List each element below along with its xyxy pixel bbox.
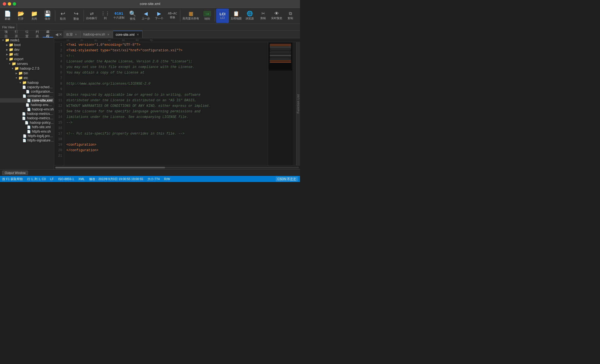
toolbar-wrap-button[interactable]: ⇄ 自动换行 bbox=[85, 9, 98, 23]
tree-servers-label: servers bbox=[17, 62, 28, 66]
code-content[interactable]: <?xml version="1.0" encoding="UTF-8"?><?… bbox=[64, 42, 268, 165]
toolbar-sep-3 bbox=[180, 10, 180, 21]
tree-core-site[interactable]: 📄 core-site.xml bbox=[0, 98, 54, 103]
code-line: </configuration> bbox=[66, 148, 266, 153]
tree-httpfs-sig[interactable]: 📄 httpfs-signature.secret bbox=[0, 138, 54, 143]
tab-hadoop-env-close[interactable]: ✕ bbox=[107, 33, 110, 36]
code-line: <!-- Put site-specific property override… bbox=[66, 131, 266, 136]
clip-icon: ✂ bbox=[261, 11, 265, 16]
content-row: 项目 打开 位置 列表 远程 ▼ 📁 node1 ▶ 📁 boot bbox=[0, 31, 300, 169]
toolbar-prev-button[interactable]: ◀ 上一步 bbox=[139, 9, 152, 23]
tree-hadoop-metrics2[interactable]: 📄 hadoop-metrics2.prope bbox=[0, 116, 54, 120]
file-icon: 📄 bbox=[27, 99, 31, 102]
minimize-button[interactable] bbox=[8, 2, 11, 6]
tree-hadoop-metrics[interactable]: 📄 hadoop-metrics.propert bbox=[0, 112, 54, 116]
tree-hadoop-policy[interactable]: 📄 hadoop-policy.xml bbox=[0, 120, 54, 125]
tab-welcome[interactable]: 欢迎 ✕ bbox=[63, 31, 81, 38]
expand-arrow: ▶ bbox=[5, 48, 9, 51]
toolbar-new-button[interactable]: 📄 新建 bbox=[1, 9, 14, 23]
toolbar-undo-button[interactable]: ↩ 取消 bbox=[56, 9, 69, 23]
toolbar-find-button[interactable]: 🔍 查找 bbox=[126, 9, 139, 23]
tab-scroll-arrows[interactable]: ◀ ✕ bbox=[54, 32, 63, 37]
tree-hadoop-folder[interactable]: ▼ 📁 hadoop bbox=[0, 80, 54, 85]
maximize-button[interactable] bbox=[13, 2, 16, 6]
tree-node1[interactable]: ▼ 📁 node1 bbox=[0, 38, 54, 42]
file-tree[interactable]: ▼ 📁 node1 ▶ 📁 boot ▶ 📁 dev bbox=[0, 38, 54, 169]
toolbar-preview-button[interactable]: 👁 实时预览 bbox=[270, 9, 283, 23]
tree-servers[interactable]: ▼ 📁 servers bbox=[0, 61, 54, 66]
code-line: you may not use this file except in comp… bbox=[66, 64, 266, 70]
tab-remote[interactable]: 远程 bbox=[43, 31, 53, 37]
toolbar-close-button[interactable]: 📁 关闭 bbox=[28, 9, 41, 23]
tab-location[interactable]: 位置 bbox=[22, 31, 32, 37]
tab-left-arrow[interactable]: ◀ bbox=[55, 32, 58, 37]
toolbar-lci-button[interactable]: LCI LCI bbox=[216, 9, 229, 23]
hscroll-thumb[interactable] bbox=[55, 167, 165, 168]
save-icon: 💾 bbox=[44, 11, 51, 16]
toolbar-browser-button[interactable]: 🌐 浏览器 bbox=[243, 9, 256, 23]
toolbar-replace-button[interactable]: AB→AC 替换 bbox=[166, 9, 179, 23]
tab-hadoop-env[interactable]: hadoop-env.sh ✕ bbox=[81, 31, 113, 38]
tree-capacity[interactable]: 📄 capacity-scheduler.xml bbox=[0, 85, 54, 89]
toolbar-copy-button[interactable]: ⧉ 复制 bbox=[284, 9, 297, 23]
tree-hadoop-env-sh[interactable]: 📄 hadoop-env.sh bbox=[0, 107, 54, 112]
status-help: 按 F1 获取帮助 bbox=[2, 177, 23, 181]
vscroll[interactable] bbox=[293, 42, 296, 165]
toolbar: 📄 新建 📂 打开 📁 关闭 💾 保存 ↩ 取消 ↪ 重做 ⇄ 自动换行 bbox=[0, 8, 300, 24]
tab-welcome-close[interactable]: ✕ bbox=[74, 33, 78, 36]
tab-right-arrow[interactable]: ✕ bbox=[59, 32, 62, 37]
toolbar-redo-button[interactable]: ↪ 重做 bbox=[70, 9, 82, 23]
output-window-button[interactable]: Output Window bbox=[2, 171, 28, 175]
toolbar-col-button[interactable]: ⋮⋮ 列 bbox=[99, 9, 112, 23]
toolbar-hex-button[interactable]: 0101 十六进制 bbox=[112, 9, 126, 23]
tab-core-site[interactable]: core-site.xml ✕ bbox=[113, 31, 142, 38]
tab-list[interactable]: 列表 bbox=[32, 31, 42, 37]
hscroll-area[interactable] bbox=[54, 165, 300, 169]
tab-open[interactable]: 打开 bbox=[11, 31, 22, 37]
line-number: 10 bbox=[54, 92, 64, 98]
tree-export[interactable]: ▼ 📁 export bbox=[0, 57, 54, 61]
toolbar-docmap-button[interactable]: 📋 文档地图 bbox=[229, 9, 243, 23]
open-label: 打开 bbox=[18, 17, 24, 21]
line-number: 11 bbox=[54, 98, 64, 103]
toolbar-highlight-button[interactable]: ▦ 高亮显示所有 bbox=[181, 9, 200, 23]
toolbar-save-button[interactable]: 💾 保存 bbox=[41, 9, 54, 23]
code-token: encoding= bbox=[104, 43, 122, 47]
minimap-line bbox=[270, 45, 291, 46]
tree-httpfs-log4j[interactable]: 📄 httpfs-log4j.properties bbox=[0, 134, 54, 138]
close-file-icon: 📁 bbox=[31, 11, 38, 16]
tree-etc2[interactable]: ▼ 📁 etc bbox=[0, 75, 54, 80]
minimap-line bbox=[270, 48, 291, 49]
toolbar-next-button[interactable]: ▶ 下一个 bbox=[153, 9, 166, 23]
goto-icon: → bbox=[203, 11, 211, 16]
minimap-line bbox=[270, 47, 291, 47]
toolbar-open-button[interactable]: 📂 打开 bbox=[14, 9, 27, 23]
tree-container[interactable]: 📄 container-executor.cfg bbox=[0, 94, 54, 98]
code-token: limitations under the License. See accom… bbox=[66, 115, 188, 119]
function-list[interactable]: Function List bbox=[296, 42, 300, 165]
file-icon: 📄 bbox=[25, 103, 30, 107]
tree-boot[interactable]: ▶ 📁 boot bbox=[0, 42, 54, 47]
tree-hadoop-env-cmd[interactable]: 📄 hadoop-env.cmd bbox=[0, 103, 54, 107]
line-number: 8 bbox=[54, 81, 64, 87]
tab-project[interactable]: 项目 bbox=[1, 31, 11, 37]
close-button[interactable] bbox=[3, 2, 6, 6]
replace-label: 替换 bbox=[170, 16, 175, 19]
tree-httpfs-env[interactable]: 📄 httpfs-env.sh bbox=[0, 129, 54, 134]
toolbar-goto-button[interactable]: → 转到 bbox=[201, 9, 214, 23]
tree-dev[interactable]: ▶ 📁 dev bbox=[0, 47, 54, 52]
tree-bin[interactable]: ▶ 📁 bin bbox=[0, 71, 54, 75]
tree-hadoop275[interactable]: ▼ 📁 hadoop-2.7.5 bbox=[0, 66, 54, 71]
undo-label: 取消 bbox=[60, 17, 66, 21]
minimap[interactable] bbox=[268, 42, 293, 165]
tree-hdfs-site[interactable]: 📄 hdfs-site.xml bbox=[0, 125, 54, 129]
tree-etc[interactable]: ▶ 📁 etc bbox=[0, 52, 54, 57]
tree-hadoop-metrics2-label: hadoop-metrics2.prope bbox=[27, 116, 54, 120]
file-icon: 📄 bbox=[22, 117, 26, 120]
toolbar-clip-button[interactable]: ✂ 剪辑 bbox=[257, 9, 269, 23]
file-icon: 📄 bbox=[27, 108, 31, 111]
tree-config-xsl[interactable]: 📄 configuration.xsl bbox=[0, 89, 54, 94]
folder-icon: 📁 bbox=[9, 47, 13, 52]
hscroll-track[interactable] bbox=[55, 167, 299, 168]
tab-core-site-close[interactable]: ✕ bbox=[136, 33, 139, 36]
